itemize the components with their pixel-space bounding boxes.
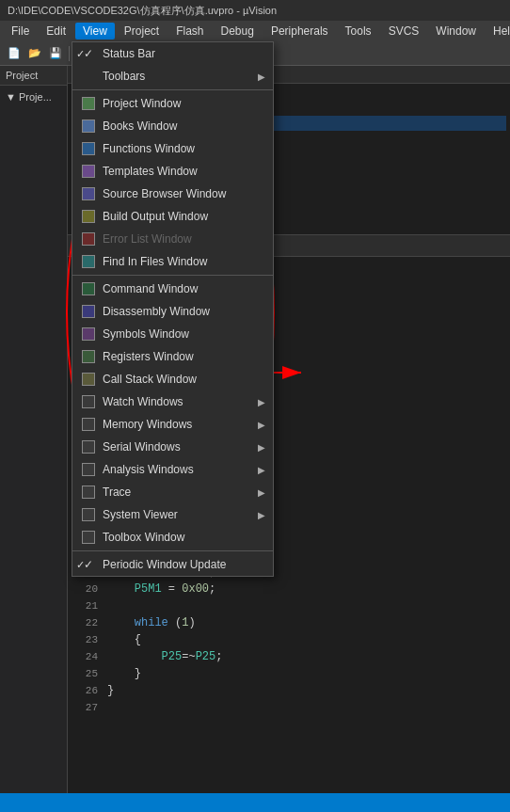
disasm-line-3: 3: void main() <box>72 86 506 101</box>
active-arrow: → <box>75 118 82 129</box>
status-bar <box>0 793 510 812</box>
menu-svcs[interactable]: SVCS <box>381 23 427 40</box>
disasm-line-8: 8: // 赋值 为 0 <box>72 176 506 191</box>
toolbar-build[interactable]: 🔨 <box>72 43 93 64</box>
code-line-18: 18 P4M1 = 0x00; <box>68 547 510 564</box>
code-line-7: 7 WTST = 0x00; <box>68 360 510 377</box>
disasm-line-4: 4: { <box>72 101 506 116</box>
code-line-21: 21 <box>68 597 510 614</box>
disasm-line-hex2: 0xFF0009 75E900 MC <box>72 191 506 206</box>
code-line-19: 19 P5M0 = 0x00; <box>68 564 510 581</box>
toolbar-save[interactable]: 💾 <box>45 43 66 64</box>
menu-project[interactable]: Project <box>117 23 167 40</box>
code-line-26: 26 } <box>68 682 510 699</box>
code-line-17: 17 P4M0 = 0x00; <box>68 530 510 547</box>
code-close[interactable]: ✕ <box>113 241 120 251</box>
menu-window[interactable]: Window <box>428 23 484 40</box>
code-line-27: 27 <box>68 699 510 716</box>
code-content[interactable]: 1 #include <STC32G 2 3 void main() 4 ▶ { <box>68 257 510 718</box>
code-line-1: 1 #include <STC32G <box>68 259 510 276</box>
code-line-6: 6 CKCON = 0x00; <box>68 343 510 360</box>
sidebar: Project ▼ Proje... <box>0 66 68 793</box>
code-line-24: 24 P25=~P25; <box>68 648 510 665</box>
code-tab-label: mian.c <box>77 240 107 251</box>
toolbar: 📄 📂 💾 🔨 ⚙ ▶ ⏹ ↷ 🎯 ⬇ <box>0 41 510 66</box>
code-line-23: 23 { <box>68 631 510 648</box>
disassembly-content: 3: void main() 4: { → 0xFF0003 A9D7BA S … <box>68 84 510 223</box>
toolbar-sep3 <box>185 46 186 61</box>
disassembly-tab[interactable]: Disassembly ✕ <box>68 66 510 84</box>
toolbar-sep1 <box>69 46 70 61</box>
code-line-12: 12 P1M1 = 0x00; <box>68 445 510 462</box>
content-area: Disassembly ✕ 3: void main() 4: { → 0xFF… <box>68 66 510 793</box>
title-text: D:\IDE\CODE\VSCODE32G\仿真程序\仿真.uvpro - µV… <box>8 4 277 18</box>
code-line-13: 13 P2M0 = 0x00; <box>68 462 510 479</box>
menu-view[interactable]: View <box>75 23 115 40</box>
code-line-15: 15 P3M0 = 0x00; <box>68 496 510 513</box>
disassembly-close[interactable]: ✕ <box>141 70 149 80</box>
code-line-16: 16 P3M1 = 0x00; <box>68 513 510 530</box>
disassembly-pane: Disassembly ✕ 3: void main() 4: { → 0xFF… <box>68 66 510 235</box>
code-line-20: 20 P5M1 = 0x00; <box>68 581 510 597</box>
code-line-5: 5 EAXFR = 1; <box>68 326 510 343</box>
menu-flash[interactable]: Flash <box>168 23 211 40</box>
disasm-line-hex1: 0xFF0006 75EA00 MC <box>72 146 506 161</box>
main-area: Project ▼ Proje... Disassembly ✕ 3: void… <box>0 66 510 793</box>
menu-help[interactable]: Help <box>486 23 510 40</box>
menu-tools[interactable]: Tools <box>338 23 379 40</box>
code-line-2: 2 <box>68 276 510 293</box>
toolbar-step[interactable]: ↷ <box>162 43 183 64</box>
code-pane: mian.c ✕ ▶▶ 1 #include <STC32G 2 3 void … <box>68 235 510 793</box>
disasm-line-7: 7: WTST = 0x00; <box>72 161 506 176</box>
sidebar-header: Project <box>0 66 67 86</box>
sidebar-tree[interactable]: ▼ Proje... <box>0 86 67 793</box>
disasm-line-5: → 0xFF0003 A9D7BA S <box>72 116 506 131</box>
toolbar-target[interactable]: 🎯 <box>189 43 210 64</box>
code-line-4: 4 ▶ { <box>68 310 510 326</box>
code-line-10: 10 P0M1 = 0x00; <box>68 411 510 428</box>
toolbar-download[interactable]: ⬇ <box>210 43 231 64</box>
tree-item-project[interactable]: ▼ Proje... <box>2 89 65 104</box>
code-tab[interactable]: mian.c ✕ ▶▶ <box>68 235 510 257</box>
disasm-line-6: 6: CKCON = 0x00; M <box>72 131 506 146</box>
disassembly-tab-label: Disassembly <box>77 69 135 80</box>
code-line-3: 3 void main() <box>68 293 510 310</box>
menu-peripherals[interactable]: Peripherals <box>263 23 336 40</box>
code-line-25: 25 } <box>68 665 510 682</box>
code-line-8: 8 // 赋值 0 <box>68 377 510 394</box>
menu-file[interactable]: File <box>4 23 37 40</box>
menu-debug[interactable]: Debug <box>214 23 262 40</box>
toolbar-open[interactable]: 📂 <box>24 43 45 64</box>
menu-bar: File Edit View Project Flash Debug Perip… <box>0 21 510 41</box>
toolbar-debug[interactable]: ▶ <box>120 43 141 64</box>
menu-edit[interactable]: Edit <box>39 23 73 40</box>
toolbar-new[interactable]: 📄 <box>4 43 24 64</box>
code-line-22: 22 while (1) <box>68 614 510 631</box>
toolbar-rebuild[interactable]: ⚙ <box>93 43 114 64</box>
code-line-11: 11 P1M0 = 0x00; <box>68 428 510 445</box>
code-line-9: 9 P0M0 = 0x00; <box>68 394 510 411</box>
toolbar-sep2 <box>117 46 118 61</box>
title-bar: D:\IDE\CODE\VSCODE32G\仿真程序\仿真.uvpro - µV… <box>0 0 510 21</box>
toolbar-stop[interactable]: ⏹ <box>141 43 162 64</box>
disasm-line-9: 9: P0M0 = 0x00; <box>72 206 506 221</box>
code-line-14: 14 P2M1 = 0x00; <box>68 479 510 496</box>
run-indicator: ▶▶ <box>130 238 151 253</box>
